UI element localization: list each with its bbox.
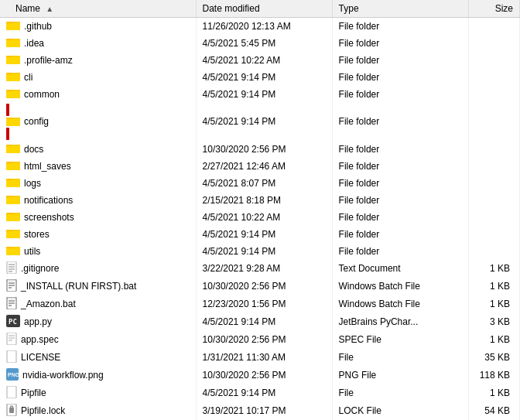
file-name: _INSTALL (RUN FIRST).bat (21, 281, 136, 292)
file-type: File folder (332, 103, 468, 141)
svg-rect-14 (6, 91, 20, 98)
file-name: app.spec (21, 334, 59, 345)
file-date: 4/5/2021 9:14 PM (196, 243, 332, 260)
table-row[interactable]: app.spec10/30/2020 2:56 PMSPEC File1 KB (0, 331, 520, 349)
svg-rect-39 (7, 261, 16, 274)
svg-rect-63 (7, 386, 16, 398)
svg-rect-29 (6, 197, 20, 204)
table-row[interactable]: LICENSE1/31/2021 11:30 AMFile35 KB (0, 349, 520, 367)
file-name: .gitignore (21, 263, 59, 274)
column-header-size[interactable]: Size (468, 0, 519, 18)
generic-file-icon (6, 386, 17, 401)
file-size (468, 192, 519, 209)
file-name: config (24, 116, 49, 127)
file-type: File folder (332, 209, 468, 226)
file-date: 4/5/2021 8:07 PM (196, 175, 332, 192)
svg-rect-38 (6, 248, 20, 255)
file-type: File folder (332, 158, 468, 175)
column-header-type[interactable]: Type (332, 0, 468, 18)
generic-file-icon (6, 350, 17, 365)
svg-rect-17 (6, 119, 20, 126)
table-row[interactable]: PC app.py4/5/2021 9:14 PMJetBrains PyCha… (0, 313, 520, 331)
file-size (468, 103, 519, 141)
table-row[interactable]: config4/5/2021 9:14 PMFile folder (0, 103, 520, 141)
file-name: common (24, 89, 60, 100)
column-date-label: Date modified (203, 3, 260, 14)
file-size: 35 KB (468, 349, 519, 367)
file-type: File folder (332, 69, 468, 86)
file-size (468, 69, 519, 86)
file-date: 3/22/2021 9:28 AM (196, 260, 332, 278)
file-size: 1 KB (468, 295, 519, 313)
table-row[interactable]: PNG nvidia-workflow.png10/30/2020 2:56 P… (0, 367, 520, 384)
table-row[interactable]: Pipfile4/5/2021 9:14 PMFile1 KB (0, 384, 520, 402)
svg-rect-32 (6, 214, 20, 221)
file-size (468, 35, 519, 52)
file-date: 4/5/2021 9:14 PM (196, 313, 332, 331)
svg-rect-53 (6, 297, 17, 299)
file-date: 10/30/2020 2:56 PM (196, 331, 332, 349)
file-name: LICENSE (21, 352, 60, 363)
file-type: PNG File (332, 367, 468, 384)
file-date: 4/5/2021 9:14 PM (196, 226, 332, 243)
file-date: 10/30/2020 2:56 PM (196, 141, 332, 158)
table-row[interactable]: .github11/26/2020 12:13 AMFile folder (0, 18, 520, 35)
column-header-name[interactable]: Name ▲ (0, 0, 196, 18)
table-row[interactable]: .profile-amz4/5/2021 10:22 AMFile folder (0, 52, 520, 69)
file-type: File folder (332, 141, 468, 158)
table-row[interactable]: stores4/5/2021 9:14 PMFile folder (0, 226, 520, 243)
table-row[interactable]: logs4/5/2021 8:07 PMFile folder (0, 175, 520, 192)
file-size: 1 KB (468, 260, 519, 278)
folder-icon (6, 244, 20, 258)
file-date: 2/15/2021 8:18 PM (196, 192, 332, 209)
file-size: 1 KB (468, 384, 519, 402)
file-date: 1/31/2021 11:30 AM (196, 349, 332, 367)
file-date: 4/5/2021 10:22 AM (196, 52, 332, 69)
table-row[interactable]: .idea4/5/2021 5:45 PMFile folder (0, 35, 520, 52)
file-date: 4/5/2021 9:14 PM (196, 103, 332, 141)
sort-arrow-icon: ▲ (46, 5, 53, 13)
file-name: _Amazon.bat (21, 299, 76, 309)
table-row[interactable]: .gitignore3/22/2021 9:28 AMText Document… (0, 260, 520, 278)
table-row[interactable]: cli4/5/2021 9:14 PMFile folder (0, 69, 520, 86)
file-name: app.py (24, 316, 52, 327)
table-row[interactable]: Pipfile.lock3/19/2021 10:17 PMLOCK File5… (0, 402, 520, 420)
file-size (468, 209, 519, 226)
file-list[interactable]: Name ▲ Date modified Type Size .gith (0, 0, 520, 420)
file-date: 2/27/2021 12:46 AM (196, 158, 332, 175)
folder-icon (6, 70, 20, 84)
table-row[interactable]: html_saves2/27/2021 12:46 AMFile folder (0, 158, 520, 175)
file-type: File (332, 349, 468, 367)
file-type: File folder (332, 18, 468, 35)
file-type: File folder (332, 192, 468, 209)
table-row[interactable]: screenshots4/5/2021 10:22 AMFile folder (0, 209, 520, 226)
file-type: LOCK File (332, 402, 468, 420)
svg-text:PNG: PNG (8, 372, 19, 377)
file-name: .github (24, 21, 52, 32)
file-name: Pipfile (21, 388, 46, 398)
table-row[interactable]: common4/5/2021 9:14 PMFile folder (0, 86, 520, 103)
svg-text:PC: PC (9, 318, 17, 326)
table-row[interactable]: utils4/5/2021 9:14 PMFile folder (0, 243, 520, 260)
table-row[interactable]: notifications2/15/2021 8:18 PMFile folde… (0, 192, 520, 209)
file-type: JetBrains PyChar... (332, 313, 468, 331)
file-size (468, 86, 519, 103)
file-type: Text Document (332, 260, 468, 278)
file-name: logs (24, 178, 41, 189)
folder-icon (6, 193, 20, 207)
table-row[interactable]: _Amazon.bat12/23/2020 1:56 PMWindows Bat… (0, 295, 520, 313)
lock-file-icon (6, 404, 17, 418)
bat-file-icon (6, 279, 17, 294)
file-size: 1 KB (468, 278, 519, 295)
table-row[interactable]: _INSTALL (RUN FIRST).bat10/30/2020 2:56 … (0, 278, 520, 295)
file-name: .idea (24, 38, 44, 49)
table-row[interactable]: docs10/30/2020 2:56 PMFile folder (0, 141, 520, 158)
file-date: 4/5/2021 9:14 PM (196, 86, 332, 103)
column-header-date[interactable]: Date modified (196, 0, 332, 18)
file-type: File folder (332, 86, 468, 103)
file-size (468, 18, 519, 35)
svg-rect-23 (6, 163, 20, 170)
file-type: File folder (332, 35, 468, 52)
file-date: 4/5/2021 5:45 PM (196, 35, 332, 52)
file-date: 12/23/2020 1:56 PM (196, 295, 332, 313)
